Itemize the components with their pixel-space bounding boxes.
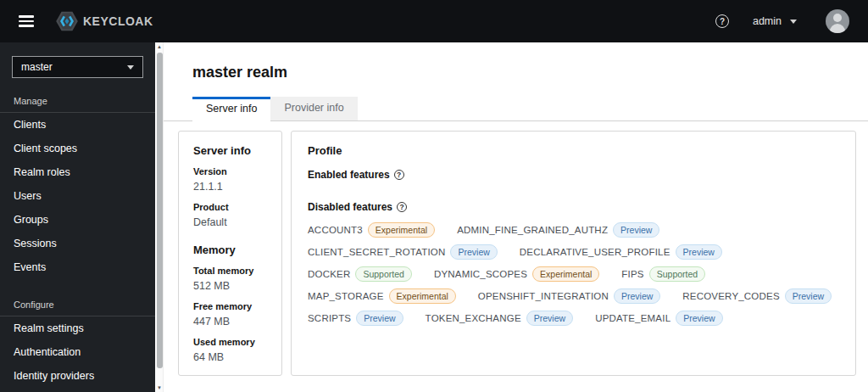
scroll-down-arrow-icon[interactable]: ▼ bbox=[155, 384, 164, 392]
memory-fields: Total memory512 MBFree memory447 MBUsed … bbox=[193, 266, 273, 363]
feature-status-badge: Preview bbox=[356, 311, 403, 326]
feature-status-badge: Preview bbox=[676, 244, 722, 260]
vertical-scrollbar[interactable]: ▲ ▼ bbox=[155, 42, 164, 392]
question-circle-icon[interactable]: ? bbox=[397, 202, 407, 212]
feature-item: DYNAMIC_SCOPESExperimental bbox=[434, 266, 599, 282]
feature-name: DECLARATIVE_USER_PROFILE bbox=[520, 247, 670, 257]
feature-status-badge: Preview bbox=[526, 311, 573, 326]
sidebar-item-realm-roles[interactable]: Realm roles bbox=[0, 160, 155, 184]
feature-status-badge: Experimental bbox=[532, 266, 599, 282]
user-menu[interactable]: admin bbox=[753, 15, 797, 27]
server-info-card: Server info Version21.1.1ProductDefault … bbox=[178, 131, 282, 376]
realm-select-value: master bbox=[21, 61, 53, 73]
keycloak-logo-icon bbox=[56, 11, 78, 31]
feature-status-badge: Preview bbox=[613, 222, 659, 238]
feature-item: ADMIN_FINE_GRAINED_AUTHZPreview bbox=[457, 222, 659, 238]
feature-item: TOKEN_EXCHANGEPreview bbox=[426, 311, 574, 326]
feature-name: DYNAMIC_SCOPES bbox=[434, 269, 527, 279]
feature-name: RECOVERY_CODES bbox=[682, 291, 779, 301]
nav-section-configure: ConfigureRealm settingsAuthenticationIde… bbox=[0, 300, 155, 392]
feature-item: MAP_STORAGEExperimental bbox=[308, 288, 456, 304]
sidebar-item-client-scopes[interactable]: Client scopes bbox=[0, 137, 155, 160]
sidebar-item-users[interactable]: Users bbox=[0, 184, 155, 208]
feature-name: UPDATE_EMAIL bbox=[595, 313, 670, 323]
field-label: Total memory bbox=[193, 266, 273, 276]
tab-server-info[interactable]: Server info bbox=[192, 97, 270, 121]
field-value: 64 MB bbox=[193, 351, 273, 363]
sidebar-item-realm-settings[interactable]: Realm settings bbox=[0, 316, 155, 340]
brand-name: KEYCLOAK bbox=[83, 14, 153, 28]
sidebar-item-sessions[interactable]: Sessions bbox=[0, 232, 155, 255]
tab-provider-info[interactable]: Provider info bbox=[270, 97, 357, 121]
field-label: Product bbox=[193, 202, 273, 212]
field-label: Version bbox=[193, 166, 273, 176]
feature-item: OPENSHIFT_INTEGRATIONPreview bbox=[478, 288, 661, 304]
tabs: Server info Provider info bbox=[192, 97, 868, 120]
feature-item: UPDATE_EMAILPreview bbox=[595, 311, 722, 326]
realm-select[interactable]: master bbox=[12, 56, 143, 78]
feature-status-badge: Supported bbox=[355, 266, 411, 282]
feature-status-badge: Supported bbox=[649, 266, 705, 282]
feature-name: ADMIN_FINE_GRAINED_AUTHZ bbox=[457, 225, 608, 235]
disabled-features-label: Disabled features ? bbox=[308, 201, 838, 213]
info-field: Total memory512 MB bbox=[193, 266, 273, 292]
feature-status-badge: Experimental bbox=[389, 288, 456, 304]
sidebar-nav: ManageClientsClient scopesRealm rolesUse… bbox=[0, 96, 155, 392]
top-bar: KEYCLOAK ? admin bbox=[0, 0, 868, 42]
sidebar-item-events[interactable]: Events bbox=[0, 255, 155, 279]
field-label: Free memory bbox=[193, 301, 273, 311]
memory-heading: Memory bbox=[193, 244, 273, 256]
feature-status-badge: Preview bbox=[676, 311, 722, 326]
keycloak-logo: KEYCLOAK bbox=[56, 11, 153, 31]
field-value: 512 MB bbox=[193, 280, 273, 292]
sidebar-item-user-federation[interactable]: User federation bbox=[0, 388, 155, 392]
chevron-down-icon bbox=[790, 20, 797, 24]
disabled-features-list: ACCOUNT3ExperimentalADMIN_FINE_GRAINED_A… bbox=[308, 222, 838, 326]
sidebar-item-identity-providers[interactable]: Identity providers bbox=[0, 364, 155, 388]
info-field: Free memory447 MB bbox=[193, 301, 273, 328]
hamburger-menu-icon[interactable] bbox=[19, 15, 34, 27]
info-field: ProductDefault bbox=[193, 202, 273, 228]
profile-heading: Profile bbox=[308, 144, 838, 157]
field-label: Used memory bbox=[193, 337, 273, 347]
page-title: master realm bbox=[192, 64, 868, 81]
feature-name: MAP_STORAGE bbox=[308, 291, 384, 301]
server-info-heading: Server info bbox=[193, 144, 273, 157]
nav-section-title: Manage bbox=[0, 96, 155, 112]
scroll-up-arrow-icon[interactable]: ▲ bbox=[155, 42, 164, 51]
question-circle-icon[interactable]: ? bbox=[394, 170, 404, 180]
feature-name: ACCOUNT3 bbox=[308, 225, 363, 235]
sidebar-item-groups[interactable]: Groups bbox=[0, 208, 155, 232]
feature-item: DOCKERSupported bbox=[308, 266, 412, 282]
chevron-down-icon bbox=[127, 65, 134, 70]
field-value: 447 MB bbox=[193, 316, 273, 328]
feature-item: DECLARATIVE_USER_PROFILEPreview bbox=[520, 244, 722, 260]
nav-section-title: Configure bbox=[0, 300, 155, 316]
sidebar-item-authentication[interactable]: Authentication bbox=[0, 340, 155, 364]
feature-item: ACCOUNT3Experimental bbox=[308, 222, 435, 238]
feature-item: RECOVERY_CODESPreview bbox=[682, 288, 832, 304]
avatar[interactable] bbox=[826, 9, 849, 33]
feature-item: CLIENT_SECRET_ROTATIONPreview bbox=[308, 244, 498, 260]
nav-section-manage: ManageClientsClient scopesRealm rolesUse… bbox=[0, 96, 155, 279]
help-icon[interactable]: ? bbox=[715, 14, 729, 28]
profile-card: Profile Enabled features ? Disabled feat… bbox=[291, 131, 856, 376]
enabled-features-label: Enabled features ? bbox=[308, 169, 838, 181]
feature-name: DOCKER bbox=[308, 269, 350, 279]
field-value: Default bbox=[193, 216, 273, 228]
feature-name: CLIENT_SECRET_ROTATION bbox=[308, 247, 445, 257]
field-value: 21.1.1 bbox=[193, 181, 273, 193]
feature-name: TOKEN_EXCHANGE bbox=[426, 313, 521, 323]
info-field: Version21.1.1 bbox=[193, 166, 273, 193]
feature-status-badge: Preview bbox=[450, 244, 497, 260]
feature-item: SCRIPTSPreview bbox=[308, 311, 403, 326]
info-field: Used memory64 MB bbox=[193, 337, 273, 363]
feature-item: FIPSSupported bbox=[621, 266, 705, 282]
feature-name: OPENSHIFT_INTEGRATION bbox=[478, 291, 609, 301]
feature-name: FIPS bbox=[621, 269, 643, 279]
feature-status-badge: Experimental bbox=[368, 222, 435, 238]
sidebar: master ManageClientsClient scopesRealm r… bbox=[0, 42, 155, 392]
sidebar-item-clients[interactable]: Clients bbox=[0, 113, 155, 137]
scrollbar-thumb[interactable] bbox=[157, 53, 163, 368]
feature-status-badge: Preview bbox=[614, 288, 660, 304]
